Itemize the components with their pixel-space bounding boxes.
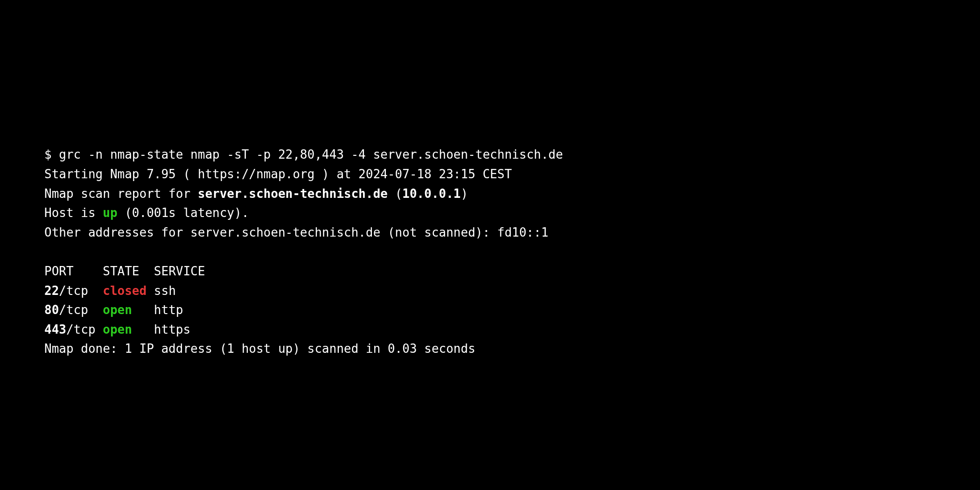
port-service: ssh bbox=[154, 284, 176, 298]
port-proto: /tcp bbox=[66, 322, 96, 336]
port-number: 80 bbox=[44, 303, 59, 317]
scan-report-prefix: Nmap scan report for bbox=[44, 187, 198, 201]
port-proto: /tcp bbox=[59, 303, 88, 317]
command-line: grc -n nmap-state nmap -sT -p 22,80,443 … bbox=[59, 147, 563, 161]
port-proto: /tcp bbox=[59, 284, 88, 298]
scan-report-ip: 10.0.0.1 bbox=[402, 187, 461, 201]
nmap-starting: Starting Nmap 7.95 ( https://nmap.org ) … bbox=[44, 167, 512, 181]
port-service: http bbox=[154, 303, 183, 317]
host-status-up: up bbox=[103, 206, 117, 220]
port-state: open bbox=[103, 303, 132, 317]
terminal-output: $ grc -n nmap-state nmap -sT -p 22,80,44… bbox=[0, 77, 980, 427]
scan-report-host: server.schoen-technisch.de bbox=[198, 187, 388, 201]
port-number: 22 bbox=[44, 284, 59, 298]
port-state: closed bbox=[103, 284, 147, 298]
port-number: 443 bbox=[44, 322, 66, 336]
port-state: open bbox=[103, 322, 132, 336]
host-latency: (0.001s latency). bbox=[118, 206, 249, 220]
table-header-port: PORT bbox=[44, 264, 74, 278]
host-status-prefix: Host is bbox=[44, 206, 103, 220]
scan-report-sep: ( bbox=[388, 187, 402, 201]
port-service: https bbox=[154, 322, 190, 336]
scan-report-suffix: ) bbox=[461, 187, 468, 201]
other-addresses: Other addresses for server.schoen-techni… bbox=[44, 225, 548, 239]
prompt: $ bbox=[44, 147, 59, 161]
table-header-service: SERVICE bbox=[154, 264, 205, 278]
nmap-done: Nmap done: 1 IP address (1 host up) scan… bbox=[44, 342, 476, 356]
table-header-state: STATE bbox=[103, 264, 139, 278]
